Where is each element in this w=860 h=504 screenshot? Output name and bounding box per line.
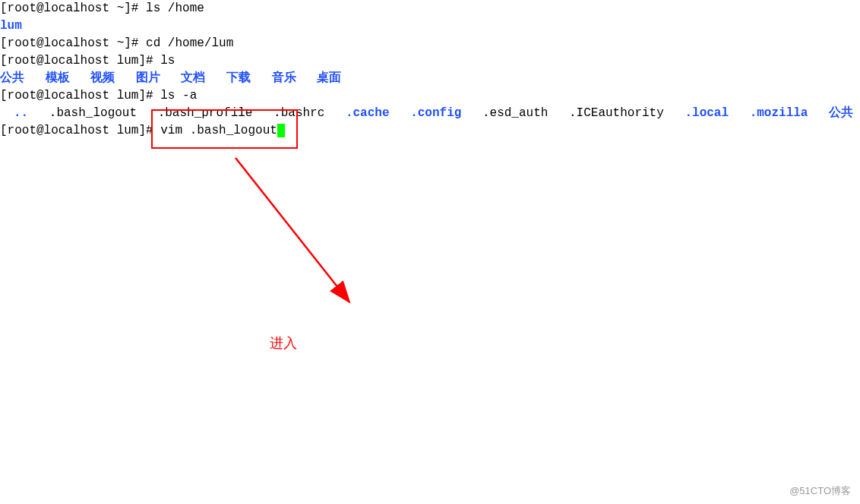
line-2: lum	[0, 17, 860, 35]
dir-mozilla: .mozilla	[750, 106, 808, 120]
line-8: [root@localhost lum]# vim .bash_logout	[0, 122, 860, 140]
prompt: [root@localhost lum]#	[0, 124, 153, 137]
dir-dotdot: ..	[14, 106, 28, 120]
dir-desktop: 桌面	[317, 71, 341, 85]
file-bashrc: .bashrc	[273, 106, 324, 120]
dir-pictures: 图片	[136, 71, 160, 85]
file-esd-auth: .esd_auth	[482, 106, 548, 120]
command-text: ls /home	[138, 2, 204, 15]
cursor-icon	[277, 124, 285, 137]
dir-templates: 模板	[46, 71, 70, 85]
annotation-enter: 进入	[270, 334, 297, 352]
dir-downloads: 下载	[226, 71, 251, 85]
line-6: [root@localhost lum]# ls -a	[0, 87, 860, 105]
file-iceauthority: .ICEauthority	[569, 106, 664, 120]
line-7-ls-a: . .. .bash_logout .bash_profile .bashrc …	[0, 105, 860, 122]
dir-videos: 视频	[90, 71, 115, 85]
terminal-output[interactable]: [root@localhost ~]# ls /home lum [root@l…	[0, 0, 860, 140]
arrow-icon	[228, 150, 365, 317]
line-3: [root@localhost ~]# cd /home/lum	[0, 35, 860, 52]
dir-music: 音乐	[272, 71, 296, 85]
command-text: vim .bash_logout	[153, 124, 277, 137]
dir-public-2: 公共	[829, 106, 853, 120]
watermark: @51CTO博客	[789, 484, 851, 498]
line-4: [root@localhost lum]# ls	[0, 52, 860, 70]
line-1: [root@localhost ~]# ls /home	[0, 0, 860, 17]
command-text: cd /home/lum	[138, 36, 233, 50]
file-bash-logout: .bash_logout	[49, 106, 137, 120]
file-bash-profile: .bash_profile	[158, 106, 253, 120]
line-5-cn-dirs: 公共 模板 视频 图片 文档 下载 音乐 桌面	[0, 70, 860, 87]
prompt: [root@localhost lum]#	[0, 89, 153, 102]
command-text: ls -a	[153, 89, 198, 102]
svg-line-1	[236, 158, 349, 302]
prompt: [root@localhost ~]#	[0, 2, 138, 15]
dir-config: .config	[410, 106, 461, 120]
prompt: [root@localhost ~]#	[0, 36, 138, 50]
dir-public: 公共	[0, 71, 24, 85]
command-text: ls	[153, 54, 175, 68]
prompt: [root@localhost lum]#	[0, 54, 153, 68]
dir-cache: .cache	[346, 106, 390, 120]
dir-lum: lum	[0, 19, 22, 33]
dir-local: .local	[685, 106, 729, 120]
dir-documents: 文档	[181, 71, 205, 85]
